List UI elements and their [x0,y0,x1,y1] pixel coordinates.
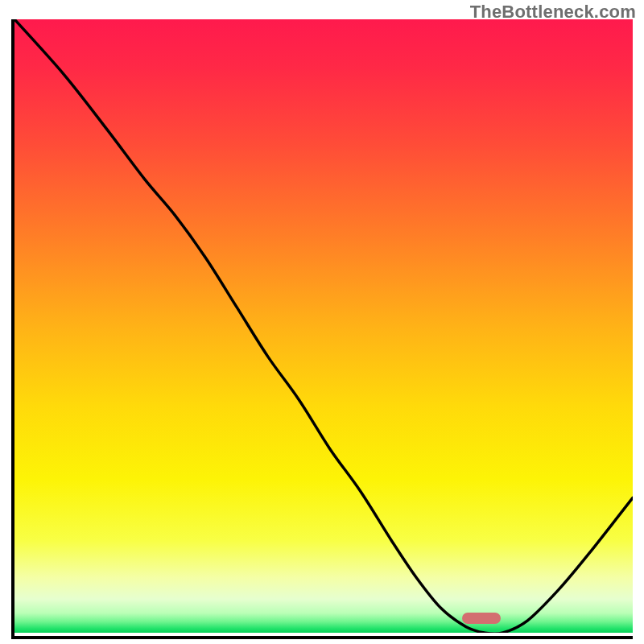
bottleneck-curve [14,19,633,633]
optimal-zone-marker [462,613,501,624]
chart-canvas: TheBottleneck.com [0,0,644,644]
plot-area [11,19,633,639]
